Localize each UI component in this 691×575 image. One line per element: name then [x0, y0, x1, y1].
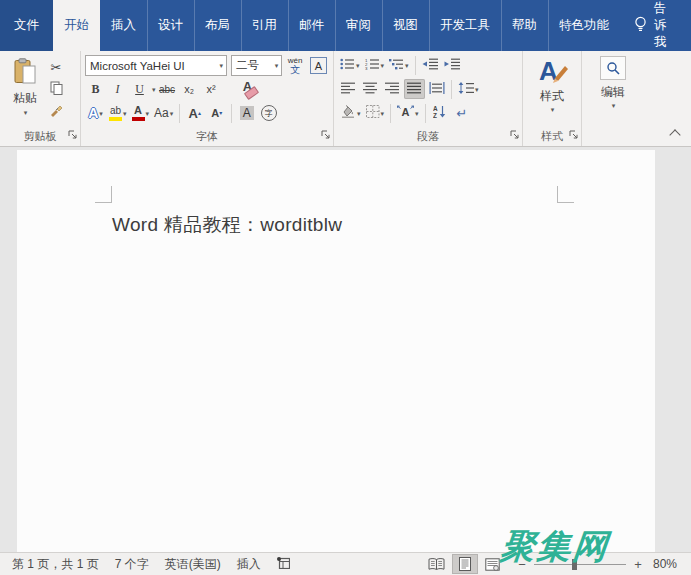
paragraph-dialog-launcher-icon[interactable] — [510, 130, 520, 142]
print-layout-button[interactable] — [452, 554, 478, 574]
character-shading-button[interactable]: A — [236, 103, 257, 123]
shrink-font-button[interactable]: A▾ — [206, 103, 227, 123]
asian-layout-button[interactable]: A ▾ — [395, 103, 421, 123]
separator — [425, 104, 426, 123]
paste-button[interactable]: 粘贴 ▾ — [4, 54, 46, 127]
tab-developer[interactable]: 开发工具 — [429, 0, 501, 51]
dropdown-arrow-icon: ▾ — [216, 62, 226, 69]
tab-file[interactable]: 文件 — [0, 0, 53, 51]
copy-button[interactable] — [46, 80, 66, 99]
svg-text:A: A — [402, 106, 410, 118]
styles-button-label: 样式 — [540, 88, 564, 105]
font-row-3: A ▾ ab ▾ A — [85, 101, 329, 125]
superscript-button[interactable]: x² — [201, 79, 222, 99]
zoom-level-button[interactable]: 80% — [647, 557, 687, 571]
paragraph-row-1: ▾ 123 ▾ ▾ — [338, 54, 518, 77]
tab-review[interactable]: 审阅 — [335, 0, 382, 51]
character-border-button[interactable]: A — [308, 56, 329, 76]
show-marks-button[interactable]: ↵ — [452, 103, 473, 123]
collapse-ribbon-icon[interactable] — [669, 129, 680, 140]
format-painter-button[interactable] — [46, 102, 66, 121]
tell-me-button[interactable]: 告诉我 — [624, 0, 677, 51]
font-name-combobox[interactable]: Microsoft YaHei UI ▾ — [85, 55, 227, 76]
text-effects-button[interactable]: A ▾ — [85, 103, 106, 123]
page-number-status[interactable]: 第 1 页，共 1 页 — [4, 556, 107, 573]
tab-references[interactable]: 引用 — [241, 0, 288, 51]
tab-insert[interactable]: 插入 — [100, 0, 147, 51]
styles-button[interactable]: A 样式 ▾ — [527, 54, 577, 127]
clipboard-dialog-launcher-icon[interactable] — [68, 130, 78, 142]
align-center-icon — [363, 82, 378, 97]
font-color-button[interactable]: A ▾ — [130, 103, 152, 123]
multilevel-list-button[interactable]: ▾ — [387, 56, 411, 76]
change-case-button[interactable]: Aa ▾ — [152, 103, 175, 123]
styles-dialog-launcher-icon[interactable] — [569, 130, 579, 142]
dropdown-arrow-icon[interactable]: ▾ — [152, 86, 156, 93]
italic-button[interactable]: I — [107, 79, 128, 99]
justify-button[interactable] — [404, 79, 425, 99]
align-center-button[interactable] — [360, 79, 381, 99]
cut-button[interactable]: ✂ — [46, 58, 66, 77]
enclose-characters-button[interactable]: 字 — [258, 103, 279, 123]
svg-text:3: 3 — [365, 66, 368, 70]
strikethrough-button[interactable]: abc — [157, 79, 178, 99]
tab-home[interactable]: 开始 — [53, 0, 100, 51]
font-dialog-launcher-icon[interactable] — [321, 130, 331, 142]
zoom-in-button[interactable]: + — [633, 557, 643, 572]
word-count-status[interactable]: 7 个字 — [107, 556, 157, 573]
read-mode-button[interactable] — [424, 554, 450, 574]
dropdown-arrow-icon: ▾ — [415, 110, 419, 117]
subscript-button[interactable]: x₂ — [179, 79, 200, 99]
tab-mailings[interactable]: 邮件 — [288, 0, 335, 51]
scissors-icon: ✂ — [51, 60, 62, 75]
tab-special-features[interactable]: 特色功能 — [548, 0, 620, 51]
separator — [231, 104, 232, 123]
line-spacing-button[interactable]: ▾ — [456, 79, 481, 99]
dropdown-arrow-icon: ▾ — [381, 62, 385, 69]
paragraph-row-3: ▾ ▾ A ▾ AZ — [338, 101, 518, 125]
dropdown-arrow-icon: ▾ — [357, 110, 361, 117]
bullets-button[interactable]: ▾ — [338, 56, 362, 76]
insert-mode-status[interactable]: 插入 — [229, 556, 269, 573]
up-arrow-icon: ▴ — [198, 110, 201, 116]
clear-formatting-button[interactable]: A — [237, 79, 259, 99]
document-page[interactable]: Word 精品教程：worditblw — [17, 150, 655, 552]
paint-bucket-icon — [340, 105, 356, 121]
document-area[interactable]: Word 精品教程：worditblw — [0, 147, 691, 552]
dropdown-arrow-icon: ▾ — [272, 62, 282, 69]
document-body-text[interactable]: Word 精品教程：worditblw — [112, 212, 342, 238]
highlight-icon: ab — [109, 106, 122, 121]
decrease-indent-button[interactable] — [420, 56, 441, 76]
underline-button[interactable]: U — [129, 79, 150, 99]
svg-text:A: A — [433, 105, 438, 112]
share-button[interactable]: 共享 — [677, 0, 691, 51]
phonetic-guide-button[interactable]: wén 文 — [283, 56, 307, 76]
font-size-combobox[interactable]: 二号 ▾ — [231, 55, 282, 76]
line-spacing-icon — [458, 82, 474, 97]
clipboard-group: 粘贴 ▾ ✂ 剪贴板 — [0, 51, 81, 146]
font-name-value: Microsoft YaHei UI — [90, 60, 185, 72]
bullet-list-icon — [340, 58, 355, 73]
align-left-button[interactable] — [338, 79, 359, 99]
borders-button[interactable]: ▾ — [364, 103, 387, 123]
tab-help[interactable]: 帮助 — [501, 0, 548, 51]
magnifier-icon — [600, 56, 626, 80]
editing-button[interactable]: 编辑 ▾ — [586, 54, 640, 127]
sort-button[interactable]: AZ — [430, 103, 451, 123]
increase-indent-button[interactable] — [442, 56, 463, 76]
font-row-2: B I U ▾ abc x₂ x² A — [85, 77, 329, 101]
macro-record-icon[interactable] — [269, 557, 298, 572]
tab-layout[interactable]: 布局 — [194, 0, 241, 51]
shading-button[interactable]: ▾ — [338, 103, 363, 123]
grow-font-button[interactable]: A▴ — [184, 103, 205, 123]
tab-view[interactable]: 视图 — [382, 0, 429, 51]
bold-button[interactable]: B — [85, 79, 106, 99]
language-status[interactable]: 英语(美国) — [157, 556, 229, 573]
align-right-button[interactable] — [382, 79, 403, 99]
text-highlight-button[interactable]: ab ▾ — [107, 103, 129, 123]
distribute-button[interactable] — [426, 79, 447, 99]
tab-design[interactable]: 设计 — [147, 0, 194, 51]
character-border-icon: A — [310, 57, 327, 74]
sort-az-icon: AZ — [433, 105, 447, 121]
numbering-button[interactable]: 123 ▾ — [363, 56, 387, 76]
